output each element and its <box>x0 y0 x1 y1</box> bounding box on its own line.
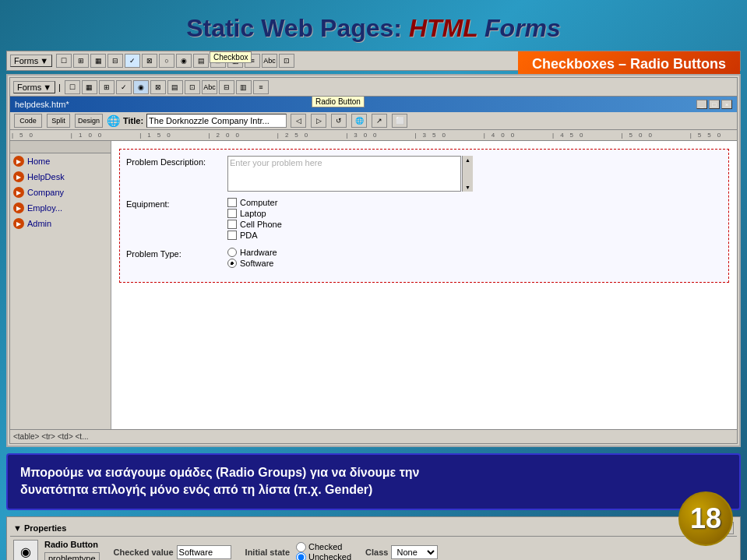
tb2-btn-2[interactable]: ▦ <box>82 80 97 94</box>
dw-filename: helpdesk.htm* <box>15 100 69 109</box>
prop-type-block: Radio Button problemtype <box>44 540 100 560</box>
prop-type-icon: ◉ <box>13 540 38 560</box>
forms-dropdown[interactable]: Forms ▼ <box>10 55 52 67</box>
cb-computer-icon <box>227 198 237 207</box>
arrow-employ: ▶ <box>13 203 24 213</box>
dw-titlebar: helpdesk.htm* _ □ × <box>10 97 737 112</box>
tb2-btn-1[interactable]: ☐ <box>65 80 80 94</box>
dw-window: Forms ▼ | ☐ ▦ ⊞ ✓ ◉ ⊠ ▤ ⊡ Abc ⊟ ▥ ≡ Radi… <box>9 77 738 444</box>
split-btn[interactable]: Split <box>47 114 70 128</box>
tooltip-line2: δυνατότητα επιλογής μόνο ενός από τη λίσ… <box>20 481 727 498</box>
radio-tooltip: Radio Button <box>312 96 365 107</box>
number-badge: 18 <box>678 491 733 546</box>
checkbox-cellphone[interactable]: Cell Phone <box>227 220 282 229</box>
maximize-btn[interactable]: □ <box>709 100 720 109</box>
title-input[interactable] <box>146 114 287 128</box>
cb-pda-icon <box>227 231 237 240</box>
toolbar-btn-14[interactable]: ⊡ <box>279 54 294 68</box>
sidebar-ruler <box>10 141 111 153</box>
tb2-btn-11[interactable]: ▥ <box>236 80 252 94</box>
tb2-btn-7[interactable]: ▤ <box>167 80 183 94</box>
scroll-down[interactable]: ▼ <box>465 185 470 190</box>
nav-btn-2[interactable]: ▷ <box>311 114 326 128</box>
dw-inner: ▶ Home ▶ HelpDesk ▶ Company ▶ Employ... … <box>10 141 737 429</box>
nav-btn-4[interactable]: 🌐 <box>351 114 367 128</box>
nav-btn-1[interactable]: ◁ <box>291 114 306 128</box>
dashed-form: Problem Description: Enter your problem … <box>119 149 729 283</box>
toolbar-btn-7[interactable]: ○ <box>159 54 174 68</box>
prop-name-box: problemtype <box>44 552 100 560</box>
state-options: Checked Unchecked <box>296 542 351 560</box>
equipment-checkboxes: Computer Laptop Cell Phone <box>227 198 282 241</box>
tb2-btn-6[interactable]: ⊠ <box>150 80 166 94</box>
description-textarea[interactable]: Enter your problem here <box>227 156 461 192</box>
globe-icon: 🌐 <box>107 114 120 127</box>
sidebar: ▶ Home ▶ HelpDesk ▶ Company ▶ Employ... … <box>10 141 111 429</box>
close-btn[interactable]: × <box>721 100 732 109</box>
scroll-up[interactable]: ▲ <box>465 157 470 163</box>
arrow-helpdesk: ▶ <box>13 171 24 182</box>
nav-btn-5[interactable]: ↗ <box>372 114 387 128</box>
arrow-admin: ▶ <box>13 218 24 229</box>
minimize-btn[interactable]: _ <box>696 100 707 109</box>
tb2-btn-9[interactable]: Abc <box>202 80 217 94</box>
prop-initial-state: Initial state Checked Unchecked <box>245 542 352 560</box>
toolbar-btn-9[interactable]: ▤ <box>193 54 209 68</box>
toolbar-btn-13[interactable]: Abc <box>262 54 277 68</box>
nav-btn-3[interactable]: ↺ <box>331 114 347 128</box>
equipment-label: Equipment: <box>126 198 227 209</box>
tb2-btn-8[interactable]: ⊡ <box>185 80 200 94</box>
checked-value-label: Checked value <box>114 548 174 557</box>
title-static: Static Web Pages: <box>186 14 409 42</box>
sidebar-item-helpdesk[interactable]: ▶ HelpDesk <box>10 169 111 185</box>
tb2-btn-10[interactable]: ⊟ <box>219 80 234 94</box>
radio-hardware[interactable]: Hardware <box>227 248 277 257</box>
radio-software[interactable]: Software <box>227 259 277 268</box>
form-content: Problem Description: Enter your problem … <box>111 141 737 291</box>
outer-toolbar: Forms ▼ ☐ ⊞ ▦ ⊟ ✓ ⊠ ○ ◉ ▤ ⊞ ▥ ≡ Abc ⊡ Ch… <box>6 51 741 71</box>
class-select[interactable]: None <box>391 545 438 559</box>
sidebar-item-employ[interactable]: ▶ Employ... <box>10 200 111 216</box>
nav-btn-6[interactable]: ⬜ <box>392 114 407 128</box>
sidebar-item-company[interactable]: ▶ Company <box>10 185 111 200</box>
forms-dropdown-inner[interactable]: Forms ▼ <box>13 81 55 93</box>
sidebar-item-admin[interactable]: ▶ Admin <box>10 216 111 231</box>
tooltip-box: Μπορούμε να εισάγουμε ομάδες (Radio Grou… <box>6 453 741 510</box>
checkbox-computer[interactable]: Computer <box>227 198 282 207</box>
titlebar-buttons: _ □ × <box>696 100 732 109</box>
editor-area: Problem Description: Enter your problem … <box>111 141 737 429</box>
code-btn[interactable]: Code <box>14 114 42 128</box>
initial-state-label: Initial state <box>245 548 290 557</box>
tb2-btn-12[interactable]: ≡ <box>253 80 269 94</box>
checked-option[interactable]: Checked <box>296 542 351 552</box>
scroll-bar[interactable]: ▲ ▼ <box>462 156 473 192</box>
toolbar-btn-6[interactable]: ⊠ <box>142 54 157 68</box>
dw-main-window: Forms ▼ | ☐ ▦ ⊞ ✓ ◉ ⊠ ▤ ⊡ Abc ⊟ ▥ ≡ Radi… <box>6 74 741 447</box>
tb2-btn-3[interactable]: ⊞ <box>99 80 115 94</box>
form-row-equipment: Equipment: Computer Laptop <box>126 198 722 241</box>
unchecked-option[interactable]: Unchecked <box>296 552 351 560</box>
sidebar-item-home[interactable]: ▶ Home <box>10 153 111 169</box>
properties-content: ◉ Radio Button problemtype Checked value… <box>10 537 737 560</box>
problem-type-radios: Hardware Software <box>227 248 277 269</box>
toolbar-btn-5[interactable]: ✓ <box>125 54 140 68</box>
ruler-horizontal: |50 |100 |150 |200 |250 |300 |350 |400 |… <box>10 130 737 141</box>
design-btn[interactable]: Design <box>75 114 103 128</box>
toolbar-btn-1[interactable]: ☐ <box>56 54 72 68</box>
checkbox-laptop[interactable]: Laptop <box>227 209 282 218</box>
toolbar-btn-3[interactable]: ▦ <box>90 54 106 68</box>
arrow-company: ▶ <box>13 187 24 198</box>
tb2-btn-4[interactable]: ✓ <box>116 80 132 94</box>
page-title: Static Web Pages: HTML Forms <box>0 0 747 51</box>
checked-value-input[interactable] <box>177 545 231 559</box>
tb2-btn-5[interactable]: ◉ <box>133 80 149 94</box>
cb-laptop-icon <box>227 209 237 218</box>
problem-type-label: Problem Type: <box>126 248 227 259</box>
tooltip-line1: Μπορούμε να εισάγουμε ομάδες (Radio Grou… <box>20 464 727 481</box>
checkbox-pda[interactable]: PDA <box>227 231 282 240</box>
unchecked-radio[interactable] <box>296 552 306 560</box>
checked-radio[interactable] <box>296 542 306 552</box>
toolbar-btn-4[interactable]: ⊟ <box>107 54 123 68</box>
toolbar-btn-2[interactable]: ⊞ <box>73 54 89 68</box>
toolbar-btn-8[interactable]: ◉ <box>176 54 192 68</box>
